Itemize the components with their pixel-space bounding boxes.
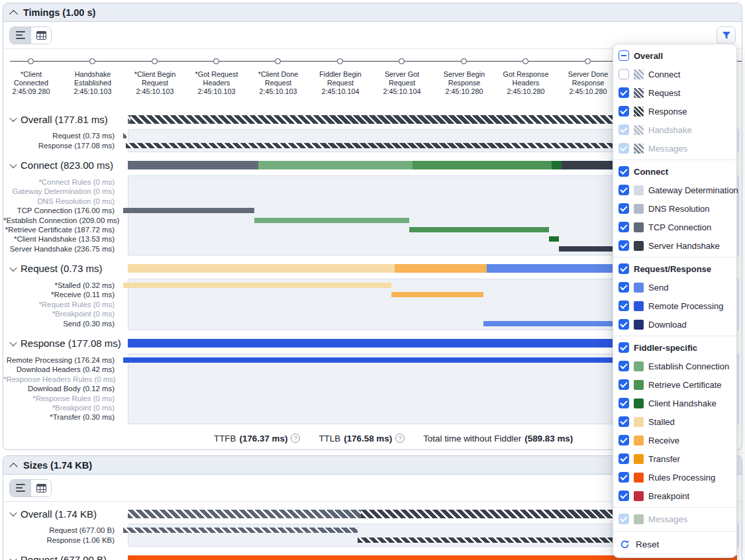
chevron-down-icon — [9, 509, 17, 516]
filter-menu-item[interactable]: Establish Connection — [613, 357, 736, 375]
filter-menu-item[interactable]: Remote Processing — [613, 297, 736, 315]
filter-menu-item[interactable]: Gateway Determination — [613, 181, 736, 199]
milestone-dot-icon — [152, 58, 158, 64]
timeline-milestone: Server Begin Response 2:45:10.280 — [430, 53, 499, 96]
checkbox[interactable] — [619, 319, 629, 330]
help-icon[interactable] — [395, 434, 405, 443]
filter-menu-item[interactable]: Receive — [613, 431, 736, 449]
reset-icon — [620, 539, 630, 549]
color-swatch — [634, 222, 644, 232]
filter-menu-item[interactable]: Fiddler-specific — [613, 338, 736, 357]
filter-item-label: Transfer — [648, 454, 680, 464]
filter-menu-item[interactable]: Client Handshake — [613, 394, 736, 412]
checkbox[interactable] — [619, 166, 629, 177]
filter-item-label: Retrieve Certificate — [648, 380, 722, 390]
view-toggle-group — [9, 479, 52, 497]
filter-menu-item[interactable]: Messages — [613, 510, 736, 528]
checkbox[interactable] — [619, 416, 629, 427]
milestone-dot-icon — [522, 58, 528, 64]
size-row-bar — [123, 528, 358, 533]
filter-menu-item[interactable]: Response — [613, 102, 736, 120]
color-swatch — [634, 417, 644, 427]
color-swatch — [634, 204, 644, 214]
checkbox[interactable] — [619, 282, 629, 293]
color-swatch — [634, 125, 644, 135]
filter-menu-item[interactable]: Rules Processing — [613, 468, 736, 487]
color-swatch — [634, 473, 644, 483]
section-overall-toggle[interactable]: Overall (177.81 ms) — [3, 114, 128, 125]
checkbox[interactable] — [619, 143, 629, 154]
filter-item-label: Establish Connection — [648, 361, 729, 371]
waterfall-view-button[interactable] — [10, 480, 30, 496]
filter-item-label: Stalled — [648, 417, 675, 427]
filter-menu-item[interactable]: Stalled — [613, 412, 736, 431]
filter-menu-item[interactable]: Download — [613, 315, 736, 334]
checkbox[interactable] — [619, 203, 629, 214]
sizes-section-request-toggle[interactable]: Request (677.00 B) — [3, 554, 128, 560]
filter-menu-item[interactable]: Request — [613, 83, 736, 102]
filter-menu-item[interactable]: Transfer — [613, 449, 736, 468]
checkbox[interactable] — [619, 50, 629, 61]
timings-panel-header[interactable]: Timings (1.00 s) — [3, 3, 742, 22]
chevron-down-icon — [9, 264, 17, 271]
checkbox[interactable] — [619, 490, 629, 501]
color-swatch — [634, 185, 644, 195]
checkbox[interactable] — [619, 87, 629, 98]
section-response-toggle[interactable]: Response (177.08 ms) — [3, 338, 128, 349]
filter-menu-item[interactable]: DNS Resolution — [613, 199, 736, 218]
filter-menu-item[interactable]: Handshake — [613, 120, 736, 139]
section-connect-toggle[interactable]: Connect (823.00 ms) — [3, 160, 128, 171]
bar-segment — [413, 161, 552, 169]
waterfall-view-button[interactable] — [10, 27, 30, 44]
filter-item-label: Connect — [634, 167, 668, 177]
checkbox[interactable] — [619, 69, 629, 79]
filter-menu-item[interactable]: Connect — [613, 162, 736, 181]
filter-menu-item[interactable]: Connect — [613, 65, 736, 83]
filter-menu-item[interactable]: Overall — [613, 46, 736, 65]
checkbox[interactable] — [619, 514, 629, 524]
checkbox[interactable] — [619, 222, 629, 232]
filter-menu-item[interactable]: Messages — [613, 139, 736, 158]
checkbox[interactable] — [619, 106, 629, 117]
checkbox[interactable] — [619, 240, 629, 251]
checkbox[interactable] — [619, 435, 629, 445]
checkbox[interactable] — [619, 453, 629, 464]
checkbox[interactable] — [619, 361, 629, 371]
filter-menu-item[interactable]: TCP Connection — [613, 218, 736, 236]
table-view-button[interactable] — [30, 480, 51, 496]
help-icon[interactable] — [291, 434, 300, 443]
checkbox[interactable] — [619, 342, 629, 353]
color-swatch — [634, 70, 644, 79]
filter-menu-item[interactable]: Request/Response — [613, 259, 736, 278]
checkbox[interactable] — [619, 379, 629, 390]
color-swatch — [634, 283, 644, 293]
table-view-icon — [36, 31, 46, 40]
filter-menu-item[interactable]: Retrieve Certificate — [613, 375, 736, 394]
table-view-button[interactable] — [30, 27, 51, 44]
filter-menu-item[interactable]: Server Handshake — [613, 236, 736, 255]
checkbox[interactable] — [619, 472, 629, 483]
filter-item-label: Request — [648, 88, 680, 98]
section-request-toggle[interactable]: Request (0.73 ms) — [3, 263, 128, 274]
checkbox[interactable] — [619, 301, 629, 311]
collapse-chevron-up-icon — [9, 10, 18, 19]
chevron-down-icon — [9, 555, 17, 560]
checkbox[interactable] — [619, 263, 629, 274]
checkbox[interactable] — [619, 398, 629, 408]
filter-item-label: Response — [648, 107, 687, 117]
color-swatch — [634, 491, 644, 501]
filter-menu-item[interactable]: Breakpoint — [613, 487, 736, 505]
sizes-panel-title: Sizes (1.74 KB) — [23, 460, 92, 471]
timeline-milestone: *Client Begin Request 2:45:10.103 — [121, 53, 189, 96]
filter-button[interactable] — [717, 26, 736, 44]
timeline-milestone: Server Got Request 2:45:10.104 — [368, 53, 436, 96]
filter-item-label: Request/Response — [634, 264, 711, 274]
checkbox[interactable] — [619, 124, 629, 135]
filter-menu-item[interactable]: Send — [613, 278, 736, 297]
filter-reset-button[interactable]: Reset — [613, 534, 736, 555]
sizes-section-overall-toggle[interactable]: Overall (1.74 KB) — [3, 508, 128, 520]
filter-item-label: TCP Connection — [648, 222, 711, 232]
bar-segment — [128, 264, 395, 273]
checkbox[interactable] — [619, 185, 629, 195]
filter-item-label: Rules Processing — [648, 473, 715, 483]
